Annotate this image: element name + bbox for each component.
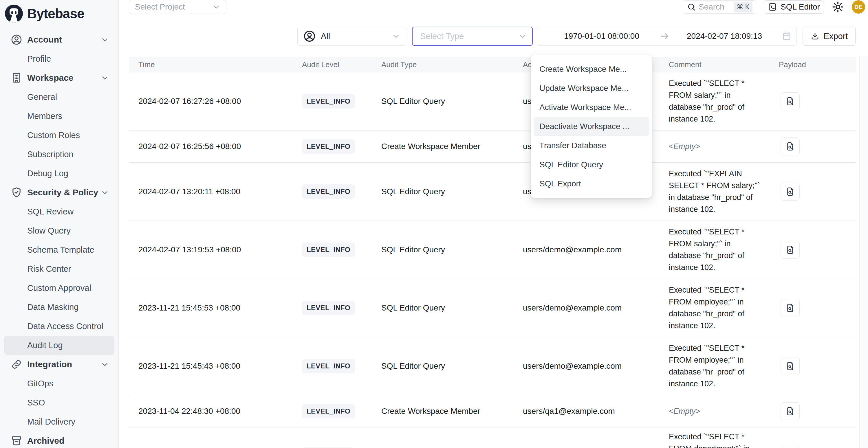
gear-icon[interactable] <box>832 1 844 13</box>
sidebar-item-label: Slow Query <box>27 226 71 235</box>
payload-view-button[interactable] <box>781 137 800 155</box>
actor-cell: users/demo@example.com <box>521 245 664 254</box>
payload-view-button[interactable] <box>781 446 800 448</box>
comment-cell: Executed `"SELECT * FROM department;"` i… <box>664 431 776 448</box>
audit-level-cell: LEVEL_INFO <box>297 359 377 373</box>
audit-type-cell: SQL Editor Query <box>377 97 521 106</box>
project-select-placeholder: Select Project <box>135 2 185 11</box>
audit-level-cell: LEVEL_INFO <box>297 243 377 257</box>
table-row: 2024-02-07 13:20:11 +08:00 LEVEL_INFO SQ… <box>129 163 856 221</box>
sidebar-item-custom-roles[interactable]: Custom Roles <box>0 126 118 145</box>
sidebar-item-general[interactable]: General <box>0 87 118 106</box>
payload-cell <box>776 446 856 448</box>
audit-level-cell: LEVEL_INFO <box>297 184 377 199</box>
sidebar-item-security-policy[interactable]: Security & Policy <box>0 183 118 202</box>
actor-filter-select[interactable]: All <box>297 27 406 46</box>
audit-level-cell: LEVEL_INFO <box>297 404 377 418</box>
search-placeholder: Search <box>699 2 731 11</box>
table-row: 2024-02-07 13:19:53 +08:00 LEVEL_INFO SQ… <box>129 221 856 279</box>
menu-item-sql-editor-query[interactable]: SQL Editor Query <box>531 155 652 174</box>
actor-cell: users/demo@example.com <box>521 361 664 371</box>
sidebar-item-label: Subscription <box>27 150 73 159</box>
chevron-down-icon <box>212 3 220 11</box>
table-row: 2023-11-21 15:45:43 +08:00 LEVEL_INFO SQ… <box>129 337 856 395</box>
payload-view-button[interactable] <box>781 402 800 420</box>
sidebar-item-debug-log[interactable]: Debug Log <box>0 164 118 183</box>
sidebar-item-members[interactable]: Members <box>0 106 118 126</box>
date-range-picker[interactable]: 1970-01-01 08:00:00 2024-02-07 18:09:13 <box>537 27 797 46</box>
sidebar-item-label: Risk Center <box>27 264 71 274</box>
sidebar-item-profile[interactable]: Profile <box>0 49 118 68</box>
chevron-down-icon <box>100 35 109 44</box>
project-select[interactable]: Select Project <box>129 0 226 14</box>
sidebar-item-account[interactable]: Account <box>0 30 118 49</box>
payload-view-button[interactable] <box>781 357 800 375</box>
type-filter-select[interactable]: Select Type <box>412 27 533 46</box>
payload-view-button[interactable] <box>781 299 800 317</box>
column-header-payload: Payload <box>776 60 856 69</box>
sidebar-item-label: GitOps <box>27 379 53 388</box>
level-badge: LEVEL_INFO <box>302 94 355 108</box>
audit-type-dropdown-menu: Create Workspace Me... Update Workspace … <box>531 55 652 198</box>
menu-item-create-workspace-member[interactable]: Create Workspace Me... <box>531 60 652 79</box>
payload-view-button[interactable] <box>781 92 800 110</box>
sidebar-item-risk-center[interactable]: Risk Center <box>0 259 118 279</box>
sidebar-item-slow-query[interactable]: Slow Query <box>0 221 118 240</box>
payload-cell <box>776 241 856 259</box>
sidebar-item-integration[interactable]: Integration <box>0 355 118 374</box>
sidebar-item-schema-template[interactable]: Schema Template <box>0 240 118 259</box>
payload-cell <box>776 92 856 110</box>
chevron-down-icon <box>518 32 527 40</box>
chevron-down-icon <box>392 32 400 40</box>
audit-type-cell: Create Workspace Member <box>377 407 521 416</box>
sidebar-item-label: Data Access Control <box>27 322 103 331</box>
time-cell: 2023-11-21 15:45:53 +08:00 <box>129 303 297 313</box>
sidebar-item-label: Custom Roles <box>27 130 80 140</box>
table-row: 2024-02-07 16:27:26 +08:00 LEVEL_INFO SQ… <box>129 72 856 130</box>
topbar-right: Search ⌘ K SQL Editor DE <box>683 0 865 13</box>
payload-view-button[interactable] <box>781 183 800 200</box>
export-button[interactable]: Export <box>803 27 856 46</box>
avatar[interactable]: DE <box>852 0 865 13</box>
file-search-icon <box>785 96 795 107</box>
file-search-icon <box>785 186 795 197</box>
level-badge: LEVEL_INFO <box>302 184 355 199</box>
sidebar-item-sso[interactable]: SSO <box>0 393 118 412</box>
sidebar-item-workspace[interactable]: Workspace <box>0 68 118 87</box>
bytebase-logo[interactable]: Bytebase <box>0 0 118 27</box>
sidebar-item-label: Security & Policy <box>27 188 98 197</box>
sidebar-item-audit-log[interactable]: Audit Log <box>4 336 114 355</box>
search-input[interactable]: Search ⌘ K <box>683 0 756 13</box>
time-cell: 2024-02-07 16:27:26 +08:00 <box>129 97 297 106</box>
sidebar-item-data-access-control[interactable]: Data Access Control <box>0 317 118 336</box>
sidebar-nav: Account Profile Workspace General Member… <box>0 27 118 448</box>
sidebar-item-mail-delivery[interactable]: Mail Delivery <box>0 412 118 431</box>
menu-item-transfer-database[interactable]: Transfer Database <box>531 136 652 155</box>
sidebar-item-gitops[interactable]: GitOps <box>0 374 118 393</box>
sidebar-item-sql-review[interactable]: SQL Review <box>0 202 118 221</box>
arrow-right-icon <box>659 30 671 42</box>
sidebar-item-label: Mail Delivery <box>27 417 75 426</box>
comment-cell: Executed `"SELECT * FROM employee;"` in … <box>664 284 776 332</box>
sidebar-item-custom-approval[interactable]: Custom Approval <box>0 279 118 297</box>
sidebar-item-label: SQL Review <box>27 207 73 217</box>
type-filter-placeholder: Select Type <box>420 32 518 41</box>
comment-cell: <Empty> <box>664 406 776 417</box>
scrollbar[interactable] <box>859 56 868 448</box>
sidebar-item-archived[interactable]: Archived <box>0 431 118 448</box>
menu-item-sql-export[interactable]: SQL Export <box>531 174 652 193</box>
user-circle-icon <box>303 30 316 43</box>
sidebar-item-subscription[interactable]: Subscription <box>0 145 118 164</box>
menu-item-deactivate-workspace-member[interactable]: Deactivate Workspace ... <box>534 117 649 136</box>
level-badge: LEVEL_INFO <box>302 359 355 373</box>
time-cell: 2024-02-07 16:25:56 +08:00 <box>129 142 297 151</box>
file-search-icon <box>785 141 795 152</box>
time-cell: 2023-11-04 22:48:30 +08:00 <box>129 407 297 416</box>
menu-item-activate-workspace-member[interactable]: Activate Workspace Me... <box>531 98 652 117</box>
sql-editor-button[interactable]: SQL Editor <box>764 0 824 13</box>
sidebar-item-label: Audit Log <box>27 341 63 350</box>
payload-view-button[interactable] <box>781 241 800 259</box>
sidebar-item-data-masking[interactable]: Data Masking <box>0 297 118 317</box>
menu-item-update-workspace-member[interactable]: Update Workspace Me... <box>531 79 652 98</box>
sidebar-item-label: Debug Log <box>27 169 68 178</box>
